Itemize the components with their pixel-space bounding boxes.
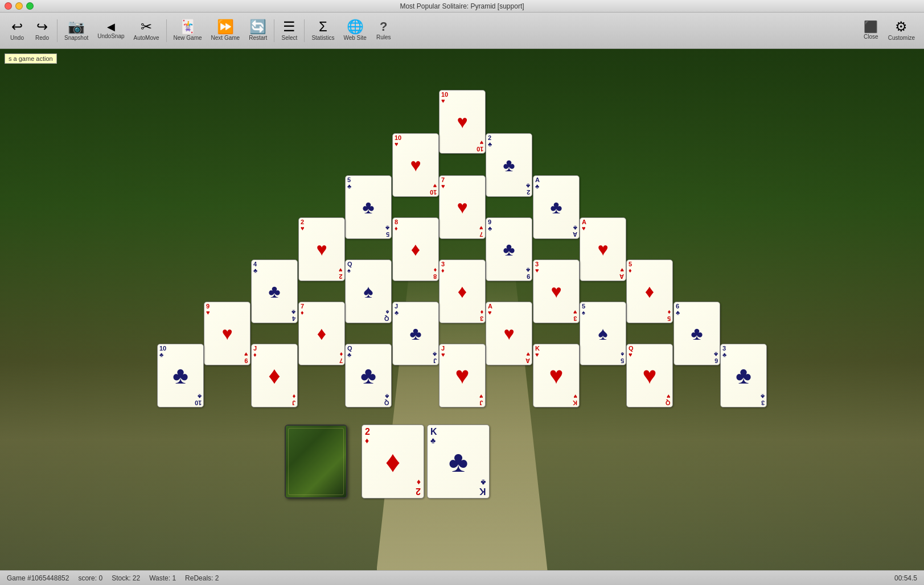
window-title: Most Popular Solitaire: Pyramid [support…: [400, 2, 524, 10]
website-button[interactable]: 🌐 Web Site: [339, 15, 371, 47]
statistics-label: Statistics: [311, 35, 334, 41]
card-r6-6[interactable]: 6 ♣ ♣ 6 ♣: [674, 302, 720, 365]
waste-card[interactable]: 2 ♦ ♦ 2 ♦: [362, 425, 424, 499]
statistics-icon: Σ: [319, 20, 327, 34]
rules-button[interactable]: ? Rules: [371, 15, 396, 47]
card-r7-1[interactable]: 10 ♣ ♣ 10 ♣: [157, 344, 204, 407]
customize-label: Customize: [888, 35, 915, 41]
card-r3-1[interactable]: 5 ♣ ♣ 5 ♣: [345, 175, 392, 239]
card-r4-3[interactable]: 9 ♣ ♣ 9 ♣: [486, 217, 532, 281]
snapshot-button[interactable]: 📷 Snapshot: [60, 15, 93, 47]
close-button[interactable]: [5, 2, 12, 10]
card-r5-2[interactable]: Q ♠ ♠ Q ♠: [345, 259, 392, 323]
newgame-button[interactable]: 🃏 New Game: [169, 15, 207, 47]
card-r2-2[interactable]: 2 ♣ ♣ 2 ♣: [486, 133, 532, 197]
restart-button[interactable]: 🔄 Restart: [244, 15, 272, 47]
automove-icon: ✂: [141, 20, 152, 34]
redo-icon: ↪: [36, 20, 48, 34]
statusbar: Game #1065448852 score: 0 Stock: 22 Wast…: [0, 570, 924, 585]
toolbar: ↩ Undo ↪ Redo 📷 Snapshot ◀ UndoSnap ✂ Au…: [0, 13, 924, 49]
separator-3: [274, 19, 274, 42]
nextgame-button[interactable]: ⏩ Next Game: [207, 15, 245, 47]
restart-icon: 🔄: [249, 20, 266, 34]
select-button[interactable]: ☰ Select: [277, 15, 302, 47]
redo-label: Redo: [35, 35, 49, 41]
waste-count: Waste: 1: [149, 574, 176, 582]
card-r2-1[interactable]: 10 ♥ ♥ 10 ♥: [392, 133, 439, 197]
card-r7-2[interactable]: J ♦ ♦ J ♦: [251, 344, 298, 407]
card-r3-2[interactable]: 7 ♥ ♥ 7 ♥: [439, 175, 486, 239]
card-r1-1[interactable]: 10 ♥ ♥ 10 ♥: [439, 90, 486, 154]
rules-icon: ?: [380, 20, 387, 33]
card-r4-4[interactable]: A ♥ ♥ A ♥: [580, 217, 626, 281]
undo-label: Undo: [10, 35, 24, 41]
tooltip: s a game action: [5, 53, 57, 64]
game-area: s a game action 10 ♥ ♥ 10 ♥ 10 ♥ ♥ 10: [0, 49, 924, 570]
card-r4-2[interactable]: 8 ♦ ♦ 8 ♦: [392, 217, 439, 281]
card-r5-5[interactable]: 5 ♦ ♦ 5 ♦: [626, 259, 673, 323]
customize-icon: ⚙: [895, 20, 907, 34]
stock-count: Stock: 22: [112, 574, 140, 582]
redo-button[interactable]: ↪ Redo: [30, 15, 55, 47]
timer: 00:54.5: [894, 574, 917, 582]
select-label: Select: [281, 35, 297, 41]
snapshot-icon: 📷: [68, 20, 85, 34]
card-r7-7[interactable]: 3 ♣ ♣ 3 ♣: [720, 344, 767, 407]
website-icon: 🌐: [347, 20, 364, 34]
card-r6-2[interactable]: 7 ♦ ♦ 7 ♦: [298, 302, 345, 365]
redeals-count: ReDeals: 2: [185, 574, 219, 582]
snapshot-label: Snapshot: [64, 35, 88, 41]
card-r5-1[interactable]: 4 ♣ ♣ 4 ♣: [251, 259, 298, 323]
card-r5-3[interactable]: 3 ♦ ♦ 3 ♦: [439, 259, 486, 323]
close-toolbar-icon: ⬛: [864, 21, 878, 32]
website-label: Web Site: [343, 35, 366, 41]
separator-4: [304, 19, 305, 42]
undosnap-label: UndoSnap: [97, 33, 124, 39]
separator-2: [166, 19, 167, 42]
restart-label: Restart: [249, 35, 267, 41]
undo-button[interactable]: ↩ Undo: [5, 15, 30, 47]
select-icon: ☰: [283, 20, 295, 34]
card-r5-4[interactable]: 3 ♥ ♥ 3 ♥: [533, 259, 580, 323]
customize-button[interactable]: ⚙ Customize: [884, 15, 919, 47]
card-r6-3[interactable]: J ♣ ♣ J ♣: [392, 302, 439, 365]
undosnap-icon: ◀: [107, 22, 115, 32]
automove-button[interactable]: ✂ AutoMove: [129, 15, 164, 47]
close-toolbar-button[interactable]: ⬛ Close: [859, 15, 884, 47]
newgame-label: New Game: [174, 35, 202, 41]
nextgame-label: Next Game: [211, 35, 240, 41]
card-r6-1[interactable]: 9 ♥ ♥ 9 ♥: [204, 302, 250, 365]
score: score: 0: [78, 574, 102, 582]
tooltip-text: s a game action: [9, 55, 53, 62]
separator-1: [57, 19, 58, 42]
newgame-icon: 🃏: [179, 20, 196, 34]
statistics-button[interactable]: Σ Statistics: [307, 15, 339, 47]
close-toolbar-label: Close: [864, 34, 878, 40]
nextgame-icon: ⏩: [217, 20, 234, 34]
game-number: Game #1065448852: [7, 574, 69, 582]
toolbar-right: ⬛ Close ⚙ Customize: [859, 15, 919, 47]
stock-deck[interactable]: [285, 425, 347, 499]
card-r7-4[interactable]: J ♥ ♥ J ♥: [439, 344, 486, 407]
card-r3-3[interactable]: A ♣ ♣ A ♣: [533, 175, 580, 239]
card-r4-1[interactable]: 2 ♥ ♥ 2 ♥: [298, 217, 345, 281]
card-r7-5[interactable]: K ♥ ♥ K ♥: [533, 344, 580, 407]
card-r6-4[interactable]: A ♥ ♥ A ♥: [486, 302, 532, 365]
window-controls: [5, 2, 34, 10]
rules-label: Rules: [376, 34, 391, 40]
automove-label: AutoMove: [134, 35, 159, 41]
undosnap-button[interactable]: ◀ UndoSnap: [93, 15, 129, 47]
card-r6-5[interactable]: 5 ♠ ♠ 5 ♠: [580, 302, 626, 365]
maximize-button[interactable]: [26, 2, 34, 10]
card-r7-3[interactable]: Q ♣ ♣ Q ♣: [345, 344, 392, 407]
card-r7-6[interactable]: Q ♥ ♥ Q ♥: [626, 344, 673, 407]
minimize-button[interactable]: [15, 2, 23, 10]
undo-icon: ↩: [11, 20, 23, 34]
titlebar: Most Popular Solitaire: Pyramid [support…: [0, 0, 924, 13]
next-card[interactable]: K ♣ ♣ K ♣: [427, 425, 490, 499]
